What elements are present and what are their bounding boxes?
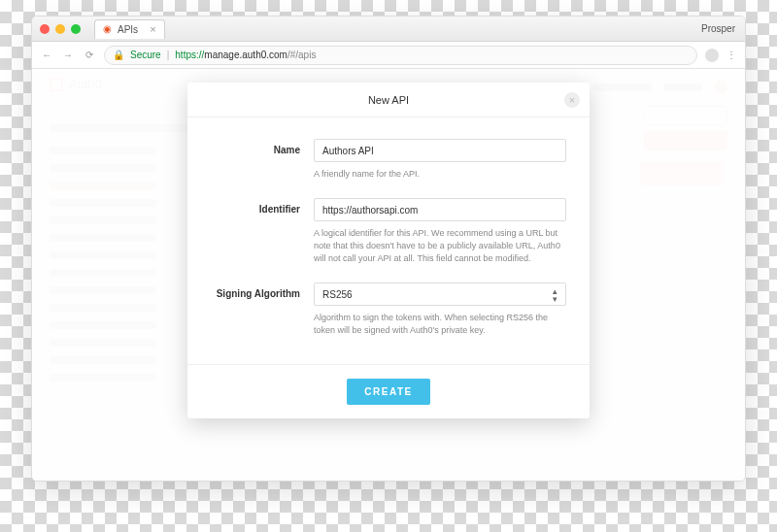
chrome-menu-icon[interactable]: ⋮ [726,50,737,60]
chrome-profile[interactable]: Prosper [701,23,735,34]
reload-icon[interactable]: ⟳ [83,50,96,60]
identifier-label: Identifier [211,198,300,265]
titlebar: ◉ APIs × Prosper [32,17,745,42]
maximize-window-icon[interactable] [71,24,81,34]
create-button[interactable]: CREATE [347,379,429,405]
back-icon[interactable]: ← [40,50,53,60]
modal-title: New API [368,94,409,106]
close-icon[interactable]: × [564,92,580,108]
url-text: https://manage.auth0.com/#/apis [175,50,316,60]
algorithm-select[interactable]: RS256 ▴▾ [314,283,566,306]
url-field[interactable]: 🔒 Secure | https://manage.auth0.com/#/ap… [104,46,697,65]
modal-header: New API × [187,83,590,117]
lock-icon: 🔒 [113,50,124,60]
identifier-help: A logical identifier for this API. We re… [314,227,566,265]
identifier-input[interactable]: https://authorsapi.com [314,198,566,221]
new-api-modal: New API × Name Authors API A friendly na… [187,83,590,418]
browser-window: ◉ APIs × Prosper ← → ⟳ 🔒 Secure | https:… [31,16,746,482]
window-controls [40,24,81,34]
close-window-icon[interactable] [40,24,50,34]
auth0-favicon-icon: ◉ [103,24,112,34]
secure-label: Secure [130,50,161,60]
address-bar: ← → ⟳ 🔒 Secure | https://manage.auth0.co… [32,42,745,69]
chevron-updown-icon: ▴▾ [553,287,557,303]
page-content: Auth0 [32,69,745,481]
browser-tab[interactable]: ◉ APIs × [94,19,165,39]
minimize-window-icon[interactable] [55,24,65,34]
forward-icon[interactable]: → [61,50,75,60]
tab-title: APIs [118,24,138,35]
algorithm-help: Algorithm to sign the tokens with. When … [314,312,566,337]
name-input[interactable]: Authors API [314,139,566,162]
name-label: Name [211,139,300,181]
close-tab-icon[interactable]: × [150,23,155,35]
algorithm-label: Signing Algorithm [211,283,300,337]
name-help: A friendly name for the API. [314,168,566,181]
extension-icon[interactable] [705,49,719,62]
